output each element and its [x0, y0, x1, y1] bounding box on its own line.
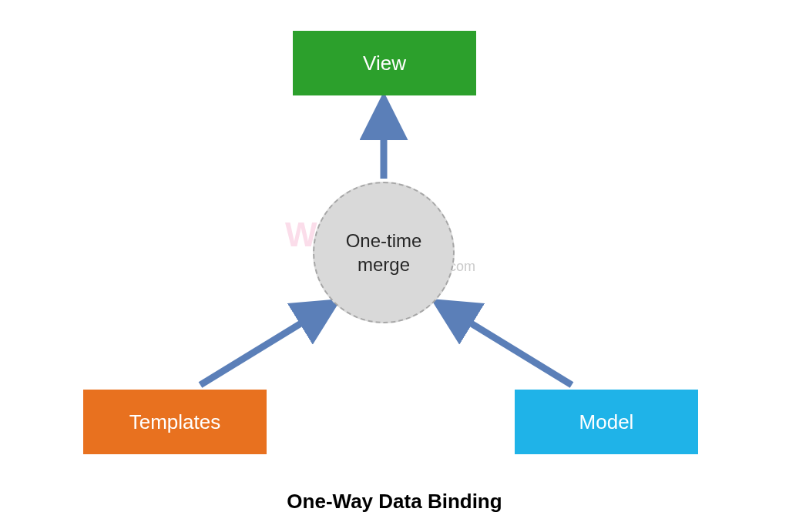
one-way-data-binding-diagram: Wikitechy .com View One-time merge Templ… [0, 0, 789, 532]
diagram-title: One-Way Data Binding [0, 490, 789, 514]
node-view: View [293, 31, 476, 95]
arrow-templates-to-merge [200, 309, 324, 385]
node-templates: Templates [83, 390, 267, 454]
node-merge-label: One-time merge [322, 229, 445, 276]
node-templates-label: Templates [129, 410, 221, 434]
node-model: Model [515, 390, 698, 454]
node-model-label: Model [579, 410, 634, 434]
node-view-label: View [363, 52, 406, 75]
arrow-model-to-merge [448, 309, 572, 385]
node-merge: One-time merge [313, 182, 455, 323]
